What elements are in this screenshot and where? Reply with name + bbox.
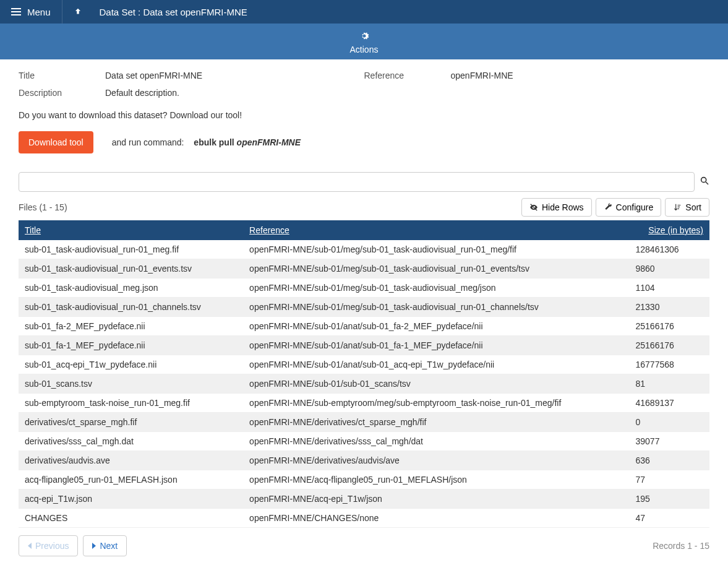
triangle-left-icon bbox=[28, 543, 32, 549]
cell-reference: openFMRI-MNE/sub-01/sub-01_scans/tsv bbox=[243, 374, 629, 394]
cell-reference: openFMRI-MNE/acq-flipangle05_run-01_MEFL… bbox=[243, 470, 629, 490]
up-arrow-icon bbox=[74, 7, 82, 16]
cell-size: 21330 bbox=[630, 298, 710, 317]
table-row[interactable]: sub-01_fa-2_MEF_pydeface.niiopenFMRI-MNE… bbox=[19, 317, 709, 336]
cell-title: CHANGES bbox=[19, 509, 243, 528]
cell-title: acq-flipangle05_run-01_MEFLASH.json bbox=[19, 470, 243, 490]
cell-size: 81 bbox=[630, 374, 710, 394]
cell-reference: openFMRI-MNE/derivatives/audvis/ave bbox=[243, 451, 629, 470]
table-row[interactable]: derivatives/ct_sparse_mgh.fifopenFMRI-MN… bbox=[19, 413, 709, 432]
cell-reference: openFMRI-MNE/sub-01/meg/sub-01_task-audi… bbox=[243, 298, 629, 317]
triangle-right-icon bbox=[92, 543, 96, 549]
cell-title: sub-01_task-audiovisual_run-01_meg.fif bbox=[19, 240, 243, 259]
table-row[interactable]: sub-01_task-audiovisual_run-01_meg.fifop… bbox=[19, 240, 709, 259]
cell-reference: openFMRI-MNE/acq-epi_T1w/json bbox=[243, 490, 629, 509]
svg-line-1 bbox=[706, 182, 708, 184]
cell-reference: openFMRI-MNE/CHANGES/none bbox=[243, 509, 629, 528]
cell-reference: openFMRI-MNE/sub-01/meg/sub-01_task-audi… bbox=[243, 240, 629, 259]
table-row[interactable]: sub-01_acq-epi_T1w_pydeface.niiopenFMRI-… bbox=[19, 355, 709, 374]
col-size[interactable]: Size (in bytes) bbox=[630, 220, 710, 240]
up-button[interactable] bbox=[62, 0, 93, 24]
table-row[interactable]: CHANGESopenFMRI-MNE/CHANGES/none47 bbox=[19, 509, 709, 528]
table-row[interactable]: acq-flipangle05_run-01_MEFLASH.jsonopenF… bbox=[19, 470, 709, 490]
cell-size: 195 bbox=[630, 490, 710, 509]
cell-title: sub-01_acq-epi_T1w_pydeface.nii bbox=[19, 355, 243, 374]
meta-description-label: Description bbox=[19, 88, 105, 98]
command-arg: openFMRI-MNE bbox=[237, 137, 301, 147]
table-row[interactable]: sub-emptyroom_task-noise_run-01_meg.fifo… bbox=[19, 394, 709, 413]
eye-slash-icon bbox=[529, 203, 538, 212]
cell-size: 128461306 bbox=[630, 240, 710, 259]
cell-title: derivatives/ct_sparse_mgh.fif bbox=[19, 413, 243, 432]
cell-size: 77 bbox=[630, 470, 710, 490]
menu-button[interactable]: Menu bbox=[0, 0, 62, 24]
download-note: Do you want to download this dataset? Do… bbox=[19, 110, 709, 120]
table-row[interactable]: sub-01_task-audiovisual_meg.jsonopenFMRI… bbox=[19, 278, 709, 298]
search-input[interactable] bbox=[19, 172, 695, 192]
cell-size: 16777568 bbox=[630, 355, 710, 374]
table-row[interactable]: derivatives/audvis.aveopenFMRI-MNE/deriv… bbox=[19, 451, 709, 470]
actions-bar[interactable]: Actions bbox=[0, 24, 728, 59]
records-info: Records 1 - 15 bbox=[653, 541, 709, 551]
actions-label: Actions bbox=[0, 45, 728, 54]
previous-button[interactable]: Previous bbox=[19, 535, 78, 556]
table-row[interactable]: sub-01_task-audiovisual_run-01_channels.… bbox=[19, 298, 709, 317]
col-reference[interactable]: Reference bbox=[243, 220, 629, 240]
cell-title: sub-01_scans.tsv bbox=[19, 374, 243, 394]
command-text: and run command: ebulk pull openFMRI-MNE bbox=[112, 137, 301, 147]
cell-size: 636 bbox=[630, 451, 710, 470]
cell-title: sub-01_fa-1_MEF_pydeface.nii bbox=[19, 336, 243, 355]
cell-reference: openFMRI-MNE/sub-01/meg/sub-01_task-audi… bbox=[243, 259, 629, 278]
cell-reference: openFMRI-MNE/derivatives/sss_cal_mgh/dat bbox=[243, 432, 629, 451]
cell-title: derivatives/audvis.ave bbox=[19, 451, 243, 470]
table-row[interactable]: sub-01_fa-1_MEF_pydeface.niiopenFMRI-MNE… bbox=[19, 336, 709, 355]
wrench-icon bbox=[604, 203, 612, 212]
table-row[interactable]: acq-epi_T1w.jsonopenFMRI-MNE/acq-epi_T1w… bbox=[19, 490, 709, 509]
cell-size: 25166176 bbox=[630, 317, 710, 336]
cell-size: 9860 bbox=[630, 259, 710, 278]
command-prefix: ebulk pull bbox=[194, 137, 234, 147]
search-icon[interactable] bbox=[700, 176, 709, 188]
sort-button[interactable]: Sort bbox=[665, 198, 709, 217]
files-count: Files (1 - 15) bbox=[19, 202, 67, 212]
configure-button[interactable]: Configure bbox=[596, 198, 662, 217]
gears-icon bbox=[358, 30, 370, 42]
table-row[interactable]: sub-01_task-audiovisual_run-01_events.ts… bbox=[19, 259, 709, 278]
cell-reference: openFMRI-MNE/sub-01/anat/sub-01_fa-2_MEF… bbox=[243, 317, 629, 336]
breadcrumb: Data Set : Data set openFMRI-MNE bbox=[93, 7, 254, 17]
download-tool-button[interactable]: Download tool bbox=[19, 131, 93, 153]
meta-reference-label: Reference bbox=[364, 71, 451, 80]
col-title[interactable]: Title bbox=[19, 220, 243, 240]
cell-size: 25166176 bbox=[630, 336, 710, 355]
cell-reference: openFMRI-MNE/derivatives/ct_sparse_mgh/f… bbox=[243, 413, 629, 432]
cell-title: acq-epi_T1w.json bbox=[19, 490, 243, 509]
cell-size: 47 bbox=[630, 509, 710, 528]
files-table: Title Reference Size (in bytes) sub-01_t… bbox=[19, 220, 709, 528]
cell-size: 0 bbox=[630, 413, 710, 432]
cell-title: derivatives/sss_cal_mgh.dat bbox=[19, 432, 243, 451]
cell-reference: openFMRI-MNE/sub-01/anat/sub-01_fa-1_MEF… bbox=[243, 336, 629, 355]
meta-description-value: Default description. bbox=[105, 88, 364, 98]
cell-title: sub-01_fa-2_MEF_pydeface.nii bbox=[19, 317, 243, 336]
cell-title: sub-01_task-audiovisual_run-01_channels.… bbox=[19, 298, 243, 317]
cell-reference: openFMRI-MNE/sub-01/anat/sub-01_acq-epi_… bbox=[243, 355, 629, 374]
cell-title: sub-emptyroom_task-noise_run-01_meg.fif bbox=[19, 394, 243, 413]
table-row[interactable]: derivatives/sss_cal_mgh.datopenFMRI-MNE/… bbox=[19, 432, 709, 451]
cell-title: sub-01_task-audiovisual_run-01_events.ts… bbox=[19, 259, 243, 278]
cell-reference: openFMRI-MNE/sub-01/meg/sub-01_task-audi… bbox=[243, 278, 629, 298]
svg-point-0 bbox=[701, 178, 706, 183]
hamburger-icon bbox=[11, 8, 21, 15]
next-button[interactable]: Next bbox=[83, 535, 127, 556]
meta-title-value: Data set openFMRI-MNE bbox=[105, 71, 364, 80]
cell-reference: openFMRI-MNE/sub-emptyroom/meg/sub-empty… bbox=[243, 394, 629, 413]
run-command-label: and run command: bbox=[112, 137, 184, 147]
hide-rows-button[interactable]: Hide Rows bbox=[521, 198, 592, 217]
table-row[interactable]: sub-01_scans.tsvopenFMRI-MNE/sub-01/sub-… bbox=[19, 374, 709, 394]
menu-label: Menu bbox=[27, 7, 51, 17]
meta-reference-value: openFMRI-MNE bbox=[451, 71, 710, 80]
topbar: Menu Data Set : Data set openFMRI-MNE bbox=[0, 0, 728, 24]
cell-size: 1104 bbox=[630, 278, 710, 298]
meta-title-label: Title bbox=[19, 71, 105, 80]
cell-size: 41689137 bbox=[630, 394, 710, 413]
cell-title: sub-01_task-audiovisual_meg.json bbox=[19, 278, 243, 298]
